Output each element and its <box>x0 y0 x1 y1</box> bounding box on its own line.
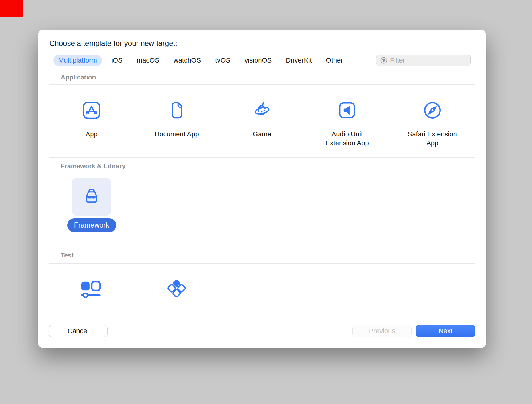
filter-field[interactable] <box>376 55 471 66</box>
template-audio-unit-extension-app-tile <box>327 93 367 127</box>
diamonds-testing-icon <box>167 275 187 301</box>
template-safari-extension-app-tile <box>413 93 452 127</box>
speaker-icon <box>337 100 357 120</box>
tab-tvos[interactable]: tvOS <box>210 55 235 66</box>
template-app-label: App <box>86 130 98 139</box>
template-unit-testing-bundle-tile <box>157 275 197 302</box>
template-document-app-tile <box>157 93 197 127</box>
template-app[interactable]: App <box>49 93 134 139</box>
section-items-0: App Document App Game Audio Unit Extensi… <box>49 85 475 157</box>
template-safari-extension-app[interactable]: Safari Extension App <box>390 93 475 147</box>
ufo-game-icon <box>250 100 274 121</box>
document-icon <box>167 100 186 121</box>
template-audio-unit-extension-app-label: Audio Unit Extension App <box>317 130 377 147</box>
previous-button[interactable]: Previous <box>352 325 412 337</box>
template-game[interactable]: Game <box>219 93 305 139</box>
section-header-application: Application <box>49 70 475 85</box>
tab-macos[interactable]: macOS <box>132 55 164 66</box>
template-app-tile <box>72 93 111 127</box>
tab-driverkit[interactable]: DriverKit <box>281 55 317 66</box>
template-audio-unit-extension-app[interactable]: Audio Unit Extension App <box>305 93 390 147</box>
template-game-label: Game <box>253 130 271 139</box>
template-framework[interactable]: Framework <box>49 178 134 232</box>
section-items-2 <box>49 264 475 310</box>
tab-other[interactable]: Other <box>321 55 348 66</box>
template-chooser: MultiplatformiOSmacOSwatchOStvOSvisionOS… <box>49 50 475 310</box>
template-ui-testing-bundle-tile <box>72 275 111 302</box>
section-header-framework-library: Framework & Library <box>49 157 475 174</box>
filter-input[interactable] <box>390 56 467 64</box>
toolbox-icon <box>80 187 103 207</box>
filter-icon <box>380 57 387 64</box>
template-framework-label: Framework <box>67 218 116 232</box>
section-header-test: Test <box>49 247 475 264</box>
cancel-button[interactable]: Cancel <box>49 325 108 337</box>
template-framework-tile <box>72 178 111 216</box>
tab-multiplatform[interactable]: Multiplatform <box>53 55 102 66</box>
tab-watchos[interactable]: watchOS <box>169 55 206 66</box>
next-button[interactable]: Next <box>416 325 475 337</box>
template-document-app-label: Document App <box>154 130 199 139</box>
dialog-title: Choose a template for your new target: <box>49 36 475 50</box>
template-ui-testing-bundle[interactable] <box>49 275 134 302</box>
template-document-app[interactable]: Document App <box>134 93 219 139</box>
platform-tab-bar: MultiplatformiOSmacOSwatchOStvOSvisionOS… <box>49 51 475 70</box>
template-safari-extension-app-label: Safari Extension App <box>402 130 462 147</box>
app-store-icon <box>81 100 102 121</box>
tab-ios[interactable]: iOS <box>106 55 128 66</box>
platform-tabs: MultiplatformiOSmacOSwatchOStvOSvisionOS… <box>53 55 348 66</box>
ui-testing-icon <box>80 281 104 299</box>
section-items-1: Framework <box>49 174 475 247</box>
dialog-buttons: Cancel Previous Next <box>49 325 475 337</box>
safari-compass-icon <box>422 100 443 121</box>
tab-visionos[interactable]: visionOS <box>239 55 276 66</box>
red-indicator <box>0 0 23 17</box>
template-unit-testing-bundle[interactable] <box>134 275 219 302</box>
template-game-tile <box>242 93 282 127</box>
new-target-template-dialog: Choose a template for your new target: M… <box>38 30 486 348</box>
